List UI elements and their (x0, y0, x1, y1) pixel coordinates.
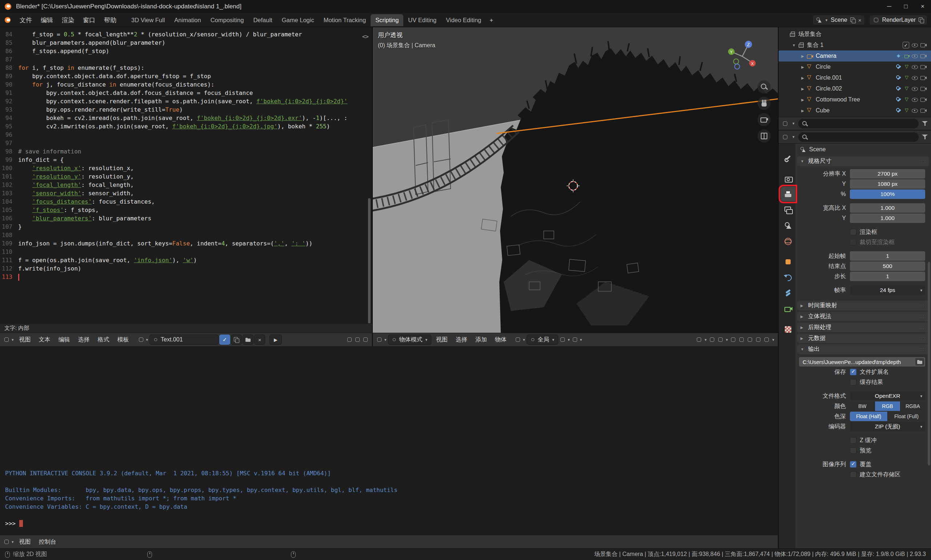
pan-hand-icon[interactable] (757, 97, 771, 110)
snap-magnet-icon[interactable] (559, 336, 566, 343)
code-line[interactable]: 103 'sensor_width': sensor_width, (0, 189, 372, 197)
transform-pivot-icon[interactable] (514, 336, 522, 343)
segment-option[interactable]: RGB (875, 402, 900, 411)
editor-type-console-icon[interactable] (3, 538, 10, 545)
console-menu-item[interactable]: 控制台 (35, 536, 60, 548)
outliner-row[interactable]: ▶Cube (779, 105, 931, 116)
panel-header[interactable]: ▶时间重映射:::: (797, 301, 929, 311)
properties-tab-render[interactable] (780, 171, 796, 186)
dropdown-field[interactable]: ZIP (无损)▾ (850, 422, 925, 431)
checkbox[interactable] (850, 229, 856, 235)
viewport-menu-item[interactable]: 视图 (432, 334, 452, 345)
expand-toggle-icon[interactable]: ▶ (799, 54, 806, 58)
checkbox[interactable] (850, 379, 856, 385)
outliner-row[interactable]: ▶Circle (779, 62, 931, 72)
properties-tab-constraints[interactable] (780, 285, 796, 300)
texteditor-menu-item[interactable]: 编辑 (55, 334, 74, 345)
expand-toggle-icon[interactable]: ▶ (799, 98, 806, 102)
code-line[interactable]: 101 'resolution_y': resolution_y, (0, 172, 372, 181)
code-line[interactable]: 113 (0, 273, 372, 281)
hide-in-viewport-icon[interactable] (911, 96, 919, 103)
new-text-button[interactable] (231, 335, 242, 345)
camera-view-icon[interactable] (757, 113, 771, 126)
code-line[interactable]: 88for i, f_stop in enumerate(f_stops): (0, 64, 372, 72)
text-editor-scrollbar[interactable] (368, 198, 371, 323)
hide-in-viewport-icon[interactable] (911, 107, 919, 114)
console-content[interactable]: PYTHON INTERACTIVE CONSOLE 3.9.2 (defaul… (0, 346, 778, 535)
hide-in-viewport-icon[interactable] (911, 74, 919, 82)
editor-type-3d-icon[interactable] (375, 336, 383, 343)
panel-header[interactable]: ▼输出:::: (797, 345, 929, 354)
outliner-row[interactable]: ▶Camera (779, 51, 931, 62)
outliner-search-input[interactable] (798, 119, 919, 128)
add-workspace-button[interactable]: + (486, 14, 497, 26)
topbar-menu-item[interactable]: 编辑 (36, 14, 57, 26)
code-line[interactable]: 99info_dict = { (0, 155, 372, 164)
code-line[interactable]: 95 cv2.imwrite(os.path.join(save_root, f… (0, 122, 372, 131)
code-line[interactable]: 100 'resolution_x': resolution_x, (0, 164, 372, 172)
texteditor-menu-item[interactable]: 格式 (94, 334, 114, 345)
visibility-dropdown-icon[interactable] (696, 336, 703, 343)
code-line[interactable]: 85 blur_parameters.append(blur_parameter… (0, 38, 372, 47)
properties-search-input[interactable] (798, 132, 919, 142)
code-line[interactable]: 92 bpy.context.scene.render.filepath = o… (0, 97, 372, 105)
code-line[interactable]: 96 (0, 131, 372, 139)
workspace-tab[interactable]: Animation (169, 14, 205, 26)
text-datablock-field[interactable]: Text.001 (149, 335, 219, 345)
code-line[interactable]: 94 bokeh = cv2.imread(os.path.join(save_… (0, 114, 372, 122)
properties-filter-icon[interactable] (922, 134, 928, 140)
close-button[interactable]: × (914, 0, 931, 13)
panel-drag-icon[interactable]: :::: (919, 314, 926, 319)
expand-toggle-icon[interactable]: ▶ (799, 109, 806, 113)
shading-wireframe-icon[interactable] (738, 336, 745, 343)
browse-folder-button[interactable] (916, 358, 924, 365)
disable-in-render-icon[interactable] (919, 42, 928, 49)
line-numbers-icon[interactable] (346, 336, 353, 343)
properties-tab-view-layer[interactable] (780, 202, 796, 217)
console-menu-item[interactable]: 视图 (15, 536, 35, 548)
mode-dropdown[interactable]: 物体模式 ▾ (388, 335, 432, 345)
panel-drag-icon[interactable]: :::: (919, 325, 926, 330)
workspace-tab[interactable]: Compositing (206, 14, 249, 26)
gizmo-y-axis[interactable]: Y (730, 50, 733, 54)
panel-header[interactable]: ▼规格尺寸:::: (797, 156, 929, 166)
code-line[interactable]: 104 'focus_distances': focus_distances, (0, 197, 372, 206)
unlink-scene-icon[interactable]: × (858, 17, 862, 23)
segment-option[interactable]: BW (850, 402, 875, 411)
code-line[interactable]: 86 f_stops.append(f_stop) (0, 47, 372, 55)
disable-in-render-icon[interactable] (919, 107, 928, 114)
code-line[interactable]: 105 'f_stops': f_stops, (0, 206, 372, 214)
segment-option[interactable]: RGBA (900, 402, 925, 411)
segment-option[interactable]: Float (Full) (888, 412, 925, 421)
code-line[interactable]: 102 'focal_length': focal_length, (0, 181, 372, 189)
properties-tab-scene[interactable] (780, 218, 796, 233)
workspace-tab[interactable]: Game Logic (277, 14, 319, 26)
open-text-button[interactable] (243, 335, 254, 345)
workspace-tab[interactable]: Default (248, 14, 277, 26)
maximize-button[interactable]: □ (897, 0, 914, 13)
workspace-tab[interactable]: Motion Tracking (319, 14, 371, 26)
number-field[interactable]: 1.000 (850, 203, 925, 213)
viewport-menu-item[interactable]: 添加 (471, 334, 491, 345)
checkbox[interactable] (850, 239, 856, 245)
console-prompt[interactable]: >>> (5, 519, 773, 528)
code-line[interactable]: 111f = open(os.path.join(save_root, 'inf… (0, 256, 372, 265)
workspace-tab[interactable]: Scripting (371, 14, 403, 26)
segment-option[interactable]: Float (Half) (850, 412, 887, 421)
workspace-tab[interactable]: Video Editing (441, 14, 486, 26)
number-field[interactable]: 1 (850, 272, 925, 281)
properties-tab-physics[interactable] (780, 270, 796, 285)
proportional-edit-icon[interactable] (571, 336, 579, 343)
outliner-row[interactable]: ▶Circle.001 (779, 72, 931, 83)
viewport-menu-item[interactable]: 物体 (491, 334, 511, 345)
new-view-layer-icon[interactable] (918, 17, 924, 23)
properties-scrollbar[interactable] (928, 262, 930, 465)
panel-drag-icon[interactable]: :::: (919, 158, 926, 164)
code-line[interactable]: 97 (0, 139, 372, 147)
hide-in-viewport-icon[interactable] (911, 42, 919, 49)
outliner-row[interactable]: ▶Cottonwood Tree (779, 94, 931, 105)
properties-tab-tool[interactable] (780, 150, 796, 165)
number-field[interactable]: 1 (850, 251, 925, 261)
code-area[interactable]: 84 f_stop = 0.5 * focal_length**2 * (res… (0, 27, 372, 323)
zoom-icon[interactable] (757, 80, 771, 94)
